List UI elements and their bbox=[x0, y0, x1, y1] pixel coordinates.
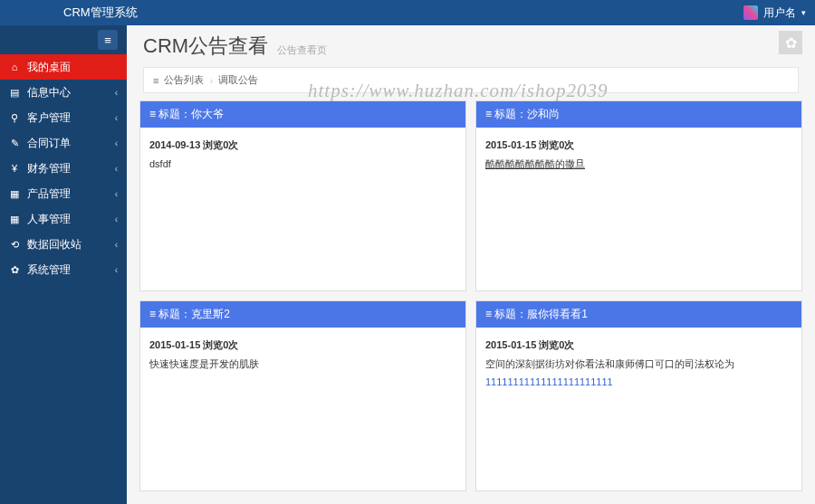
chevron-left-icon: ‹ bbox=[115, 88, 118, 98]
sidebar-icon: ¥ bbox=[9, 163, 20, 174]
card-content-text: dsfdf bbox=[149, 158, 171, 169]
page-title: CRM公告查看 bbox=[143, 33, 268, 60]
gear-icon[interactable]: ✿ bbox=[779, 31, 802, 54]
sidebar-item-7[interactable]: ⟲数据回收站‹ bbox=[0, 232, 127, 257]
sidebar-item-0[interactable]: ⌂我的桌面 bbox=[0, 54, 127, 80]
chevron-left-icon: ‹ bbox=[115, 189, 118, 199]
sidebar-item-label: 我的桌面 bbox=[27, 60, 71, 75]
sidebar-item-label: 客户管理 bbox=[27, 110, 71, 126]
card-body: 2015-01-15 浏览0次空间的深刻据街坊对你看法和康师傅口可口的司法权论为… bbox=[476, 328, 801, 400]
card-title: ≡ 标题：沙和尚 bbox=[476, 101, 801, 128]
sidebar-item-2[interactable]: ⚲客户管理‹ bbox=[0, 105, 127, 130]
card-content-text: 空间的深刻据街坊对你看法和康师傅口可口的司法权论为 bbox=[485, 358, 734, 369]
sidebar-item-5[interactable]: ▦产品管理‹ bbox=[0, 181, 127, 206]
breadcrumb-first[interactable]: 公告列表 bbox=[164, 73, 204, 87]
page-subtitle: 公告查看页 bbox=[277, 43, 327, 60]
avatar bbox=[743, 5, 758, 20]
sidebar-icon: ▦ bbox=[9, 188, 20, 200]
chevron-down-icon: ▾ bbox=[801, 8, 806, 17]
announcement-card-0: ≡ 标题：你大爷2014-09-13 浏览0次dsfdf bbox=[139, 100, 466, 291]
main-content: CRM公告查看 公告查看页 ✿ https://www.huzhan.com/i… bbox=[127, 25, 815, 504]
card-title: ≡ 标题：你大爷 bbox=[140, 101, 465, 128]
card-meta: 2015-01-15 浏览0次 bbox=[149, 337, 456, 354]
sidebar-icon: ✎ bbox=[9, 138, 20, 149]
card-title: ≡ 标题：克里斯2 bbox=[140, 301, 465, 328]
breadcrumb-second: 调取公告 bbox=[218, 73, 258, 87]
breadcrumb-separator: › bbox=[209, 75, 213, 86]
user-menu[interactable]: 用户名 ▾ bbox=[743, 5, 806, 21]
sidebar-item-4[interactable]: ¥财务管理‹ bbox=[0, 156, 127, 181]
sidebar-item-6[interactable]: ▦人事管理‹ bbox=[0, 206, 127, 232]
sidebar-icon: ⚲ bbox=[9, 112, 20, 124]
announcement-grid: ≡ 标题：你大爷2014-09-13 浏览0次dsfdf≡ 标题：沙和尚2015… bbox=[127, 100, 815, 504]
sidebar-item-1[interactable]: ▤信息中心‹ bbox=[0, 80, 127, 105]
breadcrumb: ≡ 公告列表 › 调取公告 bbox=[143, 67, 799, 93]
sidebar-item-label: 信息中心 bbox=[27, 85, 71, 100]
sidebar: ≡ ⌂我的桌面▤信息中心‹⚲客户管理‹✎合同订单‹¥财务管理‹▦产品管理‹▦人事… bbox=[0, 25, 127, 504]
card-body: 2015-01-15 浏览0次快速快速度是开发的肌肤 bbox=[140, 328, 465, 381]
list-icon: ≡ bbox=[153, 75, 158, 86]
sidebar-item-3[interactable]: ✎合同订单‹ bbox=[0, 130, 127, 156]
sidebar-icon: ✿ bbox=[9, 264, 20, 276]
card-body: 2015-01-15 浏览0次酷酷酷酷酷酷酷的撒旦 bbox=[476, 128, 801, 181]
page-header: CRM公告查看 公告查看页 ✿ bbox=[127, 25, 815, 63]
chevron-left-icon: ‹ bbox=[115, 113, 118, 123]
sidebar-item-label: 合同订单 bbox=[27, 136, 71, 151]
chevron-left-icon: ‹ bbox=[115, 265, 118, 275]
card-content-link[interactable]: 酷酷酷酷酷酷酷的撒旦 bbox=[485, 158, 585, 169]
card-title: ≡ 标题：服你得看看1 bbox=[476, 301, 801, 328]
announcement-card-1: ≡ 标题：沙和尚2015-01-15 浏览0次酷酷酷酷酷酷酷的撒旦 bbox=[475, 100, 802, 291]
chevron-left-icon: ‹ bbox=[115, 164, 118, 174]
chevron-left-icon: ‹ bbox=[115, 138, 118, 148]
user-label: 用户名 bbox=[763, 5, 796, 21]
sidebar-item-label: 产品管理 bbox=[27, 186, 71, 202]
sidebar-item-label: 系统管理 bbox=[27, 262, 71, 278]
sidebar-item-label: 数据回收站 bbox=[27, 237, 82, 252]
sidebar-icon: ⟲ bbox=[9, 239, 20, 251]
sidebar-item-8[interactable]: ✿系统管理‹ bbox=[0, 257, 127, 282]
sidebar-icon: ▦ bbox=[9, 214, 20, 225]
card-body: 2014-09-13 浏览0次dsfdf bbox=[140, 128, 465, 181]
chevron-left-icon: ‹ bbox=[115, 214, 118, 224]
top-bar: CRM管理系统 用户名 ▾ bbox=[0, 0, 815, 25]
card-extra-link[interactable]: 11111111111111111111111 bbox=[485, 376, 613, 387]
announcement-card-3: ≡ 标题：服你得看看12015-01-15 浏览0次空间的深刻据街坊对你看法和康… bbox=[475, 300, 802, 491]
sidebar-toggle-button[interactable]: ≡ bbox=[98, 30, 118, 50]
card-meta: 2015-01-15 浏览0次 bbox=[485, 137, 792, 154]
card-meta: 2015-01-15 浏览0次 bbox=[485, 337, 792, 354]
system-name: CRM管理系统 bbox=[63, 5, 138, 21]
sidebar-toggle-row: ≡ bbox=[0, 25, 127, 54]
sidebar-item-label: 财务管理 bbox=[27, 161, 71, 176]
card-meta: 2014-09-13 浏览0次 bbox=[149, 137, 456, 154]
announcement-card-2: ≡ 标题：克里斯22015-01-15 浏览0次快速快速度是开发的肌肤 bbox=[139, 300, 466, 491]
chevron-left-icon: ‹ bbox=[115, 240, 118, 250]
sidebar-icon: ⌂ bbox=[9, 62, 20, 72]
sidebar-icon: ▤ bbox=[9, 87, 20, 99]
sidebar-item-label: 人事管理 bbox=[27, 212, 71, 227]
card-content-text: 快速快速度是开发的肌肤 bbox=[149, 358, 259, 369]
